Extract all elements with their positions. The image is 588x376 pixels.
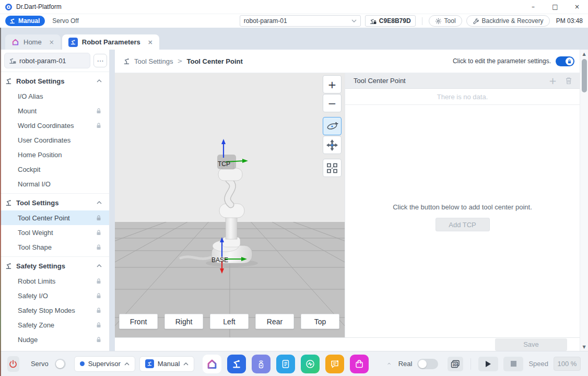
close-button[interactable]: × [566,0,588,14]
sidebar-item-tool-shape[interactable]: Tool Shape [0,240,109,254]
edit-lock-toggle[interactable] [556,56,574,66]
maximize-button[interactable]: □ [544,0,566,14]
servo-label: Servo [31,360,49,368]
sidebar-item-safety-io[interactable]: Safety I/O [0,288,109,303]
zoom-out-button[interactable]: − [323,94,342,112]
sidebar-item-user-coordinates[interactable]: User Coordinates [0,133,109,147]
tab-home-label: Home [23,38,42,46]
add-icon[interactable]: + [549,76,557,86]
3d-view-button[interactable]: 3D [448,357,463,371]
speed-value[interactable]: 100 % [554,357,581,371]
window-title: Dr.Dart-Platform [16,3,62,10]
view-right-button[interactable]: Right [164,314,203,329]
add-tcp-hint: Click the button below to add tool cente… [345,203,580,211]
controller-serial-badge[interactable]: C9E8B79D [365,15,416,27]
manual-mode-icon [145,359,154,368]
app-dock [203,355,369,373]
app-log-icon[interactable] [325,355,344,373]
item-label: Safety Stop Modes [18,307,75,314]
stop-button[interactable] [503,357,523,371]
real-toggle[interactable] [417,359,438,369]
tool-button[interactable]: Tool [429,15,462,27]
section-header-tool-settings[interactable]: Tool Settings [0,195,109,210]
minimize-button[interactable]: – [522,0,544,14]
scrollbar-thumb[interactable] [582,59,587,92]
sidebar-item-tool-weight[interactable]: Tool Weight [0,225,109,240]
sidebar-item-robot-limits[interactable]: Robot Limits [0,274,109,288]
app-remote-control-icon[interactable] [252,355,271,373]
app-store-icon[interactable] [350,355,369,373]
sidebar-item-cockpit[interactable]: Cockpit [0,162,109,177]
robot-icon [5,262,13,269]
sidebar: ⋯ Robot Settings I/O Alias Mount World C… [0,50,110,351]
lock-icon [96,244,102,250]
sidebar-item-nudge[interactable]: Nudge [0,332,109,347]
param-name-input[interactable] [19,57,82,65]
tab-robot-parameters[interactable]: Robot Parameters × [62,34,159,50]
sidebar-item-home-position[interactable]: Home Position [0,147,109,162]
view-left-button[interactable]: Left [210,314,249,329]
tab-home[interactable]: Home × [5,34,61,50]
panel-footer: Save [115,337,580,351]
orbit-rotate-button[interactable] [323,117,342,135]
section-header-robot-settings[interactable]: Robot Settings [0,73,109,89]
backdrive-recovery-button[interactable]: Backdrive & Recovery [466,15,550,27]
section-title: Robot Settings [16,77,64,85]
pan-button[interactable] [323,136,342,154]
sidebar-item-tool-center-point[interactable]: Tool Center Point [0,210,109,225]
item-label: User Coordinates [18,136,70,144]
add-tcp-button[interactable]: Add TCP [436,218,490,231]
more-options-button[interactable]: ⋯ [93,54,107,67]
item-label: World Coordinates [18,122,74,130]
sidebar-item-normal-io[interactable]: Normal I/O [0,177,109,191]
mode-select[interactable]: Manual [139,356,195,372]
item-label: Safety I/O [18,292,48,300]
chevron-up-icon[interactable] [97,264,102,267]
robot-3d-scene[interactable]: TCP BASE [115,73,345,337]
robot-parameters-icon [68,38,78,47]
robot-param-select[interactable]: robot-param-01 [240,15,361,27]
measure-button[interactable] [323,159,342,177]
lock-icon [567,59,572,64]
chevron-up-icon[interactable] [97,201,102,204]
view-rear-button[interactable]: Rear [255,314,294,329]
dock-expand-icon[interactable] [387,362,391,366]
empty-data-message: There is no data. [345,89,580,105]
sidebar-item-safety-zone[interactable]: Safety Zone [0,318,109,332]
sidebar-item-world-coordinates[interactable]: World Coordinates [0,118,109,133]
servo-toggle[interactable] [55,359,66,369]
stop-icon [511,361,516,367]
app-task-writer-icon[interactable] [276,355,295,373]
view-front-button[interactable]: Front [119,314,158,329]
section-title: Tool Settings [16,199,58,207]
app-home-icon[interactable] [203,355,221,373]
lock-icon [96,292,102,299]
tab-home-close-icon[interactable]: × [49,39,54,46]
section-header-safety-settings[interactable]: Safety Settings [0,258,109,274]
sidebar-item-safety-stop-modes[interactable]: Safety Stop Modes [0,303,109,318]
breadcrumb-parent[interactable]: Tool Settings [134,57,173,65]
vertical-scrollbar[interactable]: ▲ ▼ [580,50,588,351]
view-top-button[interactable]: Top [301,314,339,329]
section-robot-settings: Robot Settings I/O Alias Mount World Coo… [0,72,109,191]
item-label: Tool Center Point [18,214,70,222]
save-button[interactable]: Save [495,338,567,351]
app-monitoring-icon[interactable] [301,355,320,373]
scroll-up-icon[interactable]: ▲ [580,50,588,58]
lock-icon [96,307,102,313]
robot-3d-viewport[interactable]: TCP BASE + − [115,73,345,337]
power-button[interactable] [7,356,19,372]
sidebar-item-io-alias[interactable]: I/O Alias [0,89,109,103]
manual-mode-button[interactable]: Manual [5,16,45,26]
sidebar-item-mount[interactable]: Mount [0,103,109,118]
play-button[interactable] [478,357,498,371]
trash-icon[interactable] [565,77,572,85]
chevron-up-icon[interactable] [97,79,102,83]
app-robot-parameters-icon[interactable] [227,355,246,373]
tab-robot-parameters-close-icon[interactable]: × [148,39,153,46]
scroll-down-icon[interactable]: ▼ [580,343,588,351]
desktop-edge-artifact [0,28,1,376]
role-select[interactable]: Supervisor [74,356,135,372]
param-name-field[interactable] [4,53,90,68]
zoom-in-button[interactable]: + [323,75,342,93]
